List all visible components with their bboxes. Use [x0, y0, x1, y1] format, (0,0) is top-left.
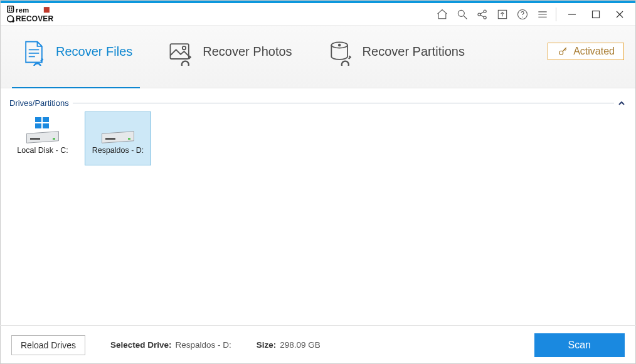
export-icon[interactable] — [493, 5, 512, 24]
svg-point-10 — [478, 13, 480, 15]
activated-label: Activated — [573, 46, 615, 57]
section-header: Drives/Partitions — [9, 98, 627, 108]
drive-label: Local Disk - C: — [17, 146, 68, 155]
tab-label: Recover Partitions — [363, 44, 465, 59]
drive-icon — [102, 122, 134, 142]
photos-icon — [166, 38, 195, 66]
svg-rect-3 — [9, 9, 10, 11]
svg-point-12 — [484, 16, 486, 18]
svg-text:RECOVER: RECOVER — [16, 14, 53, 23]
tab-label: Recover Photos — [203, 44, 292, 59]
drive-icon — [26, 122, 59, 142]
svg-point-18 — [183, 46, 186, 49]
svg-point-21 — [559, 51, 563, 55]
svg-rect-0 — [8, 6, 14, 12]
svg-rect-22 — [35, 117, 41, 122]
svg-rect-7 — [44, 7, 50, 13]
svg-point-15 — [522, 16, 522, 17]
minimize-button[interactable] — [560, 5, 584, 24]
search-icon[interactable] — [453, 5, 472, 24]
svg-rect-4 — [11, 9, 12, 11]
svg-rect-2 — [11, 7, 12, 8]
reload-drives-button[interactable]: Reload Drives — [11, 335, 85, 355]
svg-rect-24 — [35, 123, 41, 128]
toolbar: Recover Files Recover Photos Recover Par… — [1, 26, 635, 88]
tab-recover-partitions[interactable]: Recover Partitions — [319, 26, 472, 88]
windows-icon — [35, 117, 50, 130]
svg-rect-23 — [43, 117, 49, 122]
size-key: Size: — [257, 340, 277, 350]
maximize-button[interactable] — [584, 5, 608, 24]
tab-recover-files[interactable]: Recover Files — [12, 26, 140, 88]
svg-point-11 — [484, 9, 486, 12]
titlebar: rem RECOVER — [1, 1, 635, 26]
app-logo: rem RECOVER — [7, 6, 73, 23]
tab-recover-photos[interactable]: Recover Photos — [159, 26, 299, 88]
home-icon[interactable] — [433, 5, 452, 24]
main-area: Drives/Partitions Local Disk - C: — [1, 88, 635, 165]
partitions-icon — [326, 38, 355, 66]
help-icon[interactable] — [513, 5, 532, 24]
svg-rect-1 — [9, 7, 10, 8]
svg-point-9 — [458, 10, 464, 16]
size-info: Size: 298.09 GB — [257, 340, 321, 350]
close-button[interactable] — [608, 5, 632, 24]
selected-drive-info: Selected Drive: Respaldos - D: — [110, 340, 231, 350]
files-icon — [19, 38, 48, 66]
share-icon[interactable] — [473, 5, 492, 24]
scan-button[interactable]: Scan — [534, 333, 625, 357]
section-title: Drives/Partitions — [9, 98, 69, 108]
svg-rect-25 — [43, 123, 49, 128]
tab-label: Recover Files — [56, 44, 132, 59]
svg-point-20 — [338, 44, 340, 46]
drive-item-d[interactable]: Respaldos - D: — [85, 112, 151, 165]
size-value: 298.09 GB — [280, 340, 321, 350]
svg-text:rem: rem — [16, 6, 29, 14]
drive-item-c[interactable]: Local Disk - C: — [9, 112, 76, 165]
svg-rect-17 — [171, 44, 189, 59]
drive-label: Respaldos - D: — [92, 146, 144, 155]
menu-icon[interactable] — [533, 5, 552, 24]
selected-drive-key: Selected Drive: — [110, 340, 172, 350]
chevron-up-icon[interactable] — [618, 99, 627, 108]
selected-drive-value: Respaldos - D: — [175, 340, 231, 350]
section-divider — [73, 103, 614, 103]
drives-list: Local Disk - C: Respaldos - D: — [9, 112, 627, 165]
activated-button[interactable]: Activated — [548, 43, 624, 60]
footer: Reload Drives Selected Drive: Respaldos … — [0, 325, 636, 364]
svg-rect-16 — [593, 11, 600, 18]
titlebar-icons — [433, 5, 632, 24]
